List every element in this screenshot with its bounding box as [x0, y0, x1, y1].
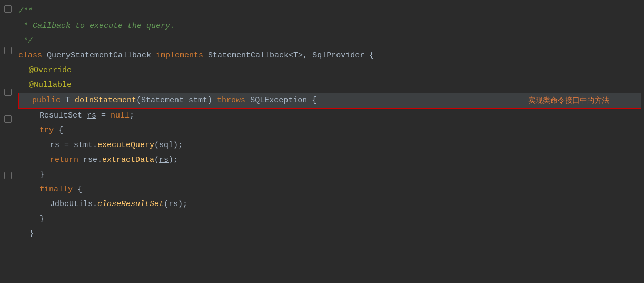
gutter — [0, 0, 16, 283]
semicolon-1: ; — [130, 109, 134, 123]
code-line-4: class QueryStatementCallback implements … — [16, 48, 644, 63]
param-type: Statement — [141, 93, 189, 108]
code-line-15: } — [16, 212, 644, 227]
code-line-11: return rse.extractData(rs); — [16, 153, 644, 168]
method-extractdata: extractData — [102, 153, 154, 168]
code-area: /** * Callback to execute the query. */ … — [16, 0, 644, 283]
paren-close-2: ); — [178, 197, 187, 212]
keyword-class: class — [18, 48, 47, 63]
code-line-7: public T doInStatement(Statement stmt) t… — [18, 93, 641, 109]
code-line-3: */ — [16, 34, 644, 48]
code-line-8: ResultSet rs = null; — [16, 109, 644, 123]
keyword-implements: implements — [156, 48, 208, 63]
gutter-icon-7 — [4, 89, 12, 96]
var-rs-3: rs — [159, 153, 169, 168]
method-name: doInStatement — [75, 93, 136, 108]
sql-param: (sql); — [154, 138, 183, 153]
paren-close: ); — [169, 153, 178, 168]
assign-null: = — [96, 109, 111, 123]
method-closeresultset: closeResultSet — [97, 197, 164, 212]
code-line-9: try { — [16, 123, 644, 138]
keyword-try: try — [39, 123, 58, 138]
keyword-null: null — [111, 109, 130, 123]
keyword-public: public — [32, 93, 65, 108]
annotation-nullable: @Nullable — [29, 78, 72, 93]
type-resultset: ResultSet — [39, 109, 87, 123]
chinese-annotation: 实现类命令接口中的方法 — [528, 93, 609, 108]
rs-arg: ( — [154, 153, 159, 168]
code-line-13: finally { — [16, 182, 644, 197]
annotation-override: @Override — [29, 63, 72, 78]
gutter-icon-9 — [4, 115, 12, 123]
exception-name: SQLException { — [250, 93, 316, 108]
keyword-finally: finally — [39, 182, 77, 197]
brace-open-try: { — [58, 123, 63, 138]
code-line-14: JdbcUtils.closeResultSet(rs); — [16, 197, 644, 212]
code-line-10: rs = stmt.executeQuery(sql); — [16, 138, 644, 153]
brace-close-finally: } — [39, 212, 44, 227]
brace-close-try: } — [39, 168, 44, 182]
type-T: T — [65, 93, 75, 108]
code-line-5: @Override — [16, 63, 644, 78]
keyword-return: return — [50, 153, 83, 168]
class-name: QueryStatementCallback — [47, 48, 156, 63]
code-line-1: /** — [16, 4, 644, 19]
code-line-12: } — [16, 168, 644, 182]
params-open: ( — [136, 93, 141, 108]
code-editor: /** * Callback to execute the query. */ … — [0, 0, 644, 283]
method-execquery: executeQuery — [97, 138, 154, 153]
var-rs-2: rs — [50, 138, 60, 153]
code-line-16: } — [16, 227, 644, 241]
comment-start: /** — [18, 4, 33, 19]
comment-end: */ — [18, 34, 33, 48]
brace-open-finally: { — [77, 182, 82, 197]
var-rs: rs — [87, 109, 96, 123]
assign-2: = stmt. — [60, 138, 97, 153]
var-rs-4: rs — [169, 197, 178, 212]
rse-method: rse. — [83, 153, 102, 168]
gutter-icon-1 — [4, 5, 12, 13]
gutter-icon-4 — [4, 47, 12, 54]
interface-name-1: StatementCallback<T>, SqlProvider { — [208, 48, 374, 63]
keyword-throws: throws — [217, 93, 250, 108]
paren-open-2: ( — [164, 197, 169, 212]
code-line-6: @Nullable — [16, 78, 644, 93]
gutter-icon-13 — [4, 172, 12, 179]
param-name: stmt) — [189, 93, 217, 108]
comment-text: * Callback to execute the query. — [18, 19, 175, 34]
brace-close-class: } — [29, 227, 34, 241]
jdbcutils: JdbcUtils. — [50, 197, 97, 212]
code-line-2: * Callback to execute the query. — [16, 19, 644, 34]
